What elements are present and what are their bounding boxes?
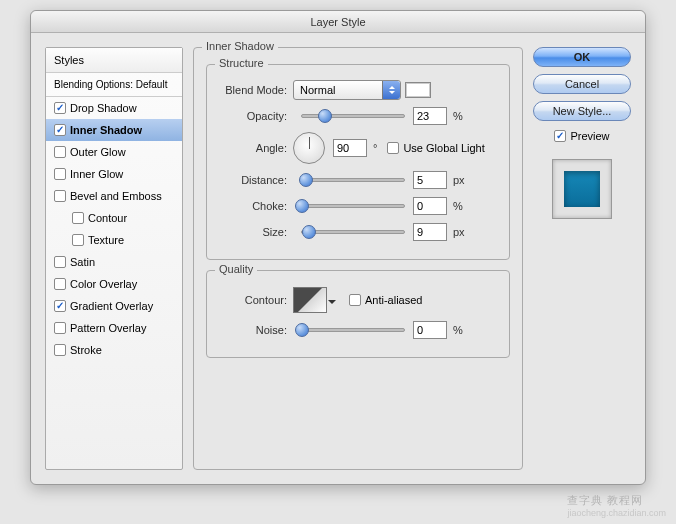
- opacity-unit: %: [453, 110, 463, 122]
- style-checkbox[interactable]: [54, 168, 66, 180]
- angle-input[interactable]: 90: [333, 139, 367, 157]
- choke-input[interactable]: 0: [413, 197, 447, 215]
- quality-legend: Quality: [215, 263, 257, 275]
- distance-unit: px: [453, 174, 465, 186]
- sidebar-item-label: Texture: [88, 234, 124, 246]
- noise-slider[interactable]: [301, 328, 405, 332]
- sidebar-item-label: Inner Shadow: [70, 124, 142, 136]
- sidebar-item-label: Satin: [70, 256, 95, 268]
- ok-button[interactable]: OK: [533, 47, 631, 67]
- noise-label: Noise:: [219, 324, 293, 336]
- opacity-label: Opacity:: [219, 110, 293, 122]
- noise-unit: %: [453, 324, 463, 336]
- sidebar-item-satin[interactable]: Satin: [46, 251, 182, 273]
- sidebar-item-label: Outer Glow: [70, 146, 126, 158]
- sidebar-item-color-overlay[interactable]: Color Overlay: [46, 273, 182, 295]
- style-checkbox[interactable]: [72, 234, 84, 246]
- size-unit: px: [453, 226, 465, 238]
- angle-wheel[interactable]: [293, 132, 325, 164]
- sidebar-item-label: Color Overlay: [70, 278, 137, 290]
- new-style-button[interactable]: New Style...: [533, 101, 631, 121]
- sidebar-item-gradient-overlay[interactable]: Gradient Overlay: [46, 295, 182, 317]
- preview-well: [552, 159, 612, 219]
- preview-checkbox[interactable]: [554, 130, 566, 142]
- sidebar-item-label: Pattern Overlay: [70, 322, 146, 334]
- structure-legend: Structure: [215, 57, 268, 69]
- inner-shadow-group: Inner Shadow Structure Blend Mode: Norma…: [193, 47, 523, 470]
- sidebar-item-label: Drop Shadow: [70, 102, 137, 114]
- sidebar-item-label: Inner Glow: [70, 168, 123, 180]
- cancel-button[interactable]: Cancel: [533, 74, 631, 94]
- chevron-updown-icon: [382, 81, 400, 99]
- choke-label: Choke:: [219, 200, 293, 212]
- sidebar-item-drop-shadow[interactable]: Drop Shadow: [46, 97, 182, 119]
- style-checkbox[interactable]: [54, 344, 66, 356]
- window-title: Layer Style: [31, 11, 645, 33]
- blend-mode-label: Blend Mode:: [219, 84, 293, 96]
- contour-picker[interactable]: [293, 287, 327, 313]
- sidebar-item-label: Gradient Overlay: [70, 300, 153, 312]
- style-checkbox[interactable]: [54, 322, 66, 334]
- style-checkbox[interactable]: [54, 256, 66, 268]
- sidebar-item-label: Stroke: [70, 344, 102, 356]
- sidebar-item-label: Bevel and Emboss: [70, 190, 162, 202]
- sidebar-item-outer-glow[interactable]: Outer Glow: [46, 141, 182, 163]
- blending-options[interactable]: Blending Options: Default: [46, 73, 182, 97]
- styles-sidebar: Styles Blending Options: Default Drop Sh…: [45, 47, 183, 470]
- sidebar-item-stroke[interactable]: Stroke: [46, 339, 182, 361]
- choke-unit: %: [453, 200, 463, 212]
- distance-input[interactable]: 5: [413, 171, 447, 189]
- watermark: 查字典 教程网 jiaocheng.chazidian.com: [567, 492, 666, 518]
- use-global-light-checkbox[interactable]: [387, 142, 399, 154]
- sidebar-item-pattern-overlay[interactable]: Pattern Overlay: [46, 317, 182, 339]
- style-checkbox[interactable]: [72, 212, 84, 224]
- blend-mode-value: Normal: [300, 84, 335, 96]
- size-label: Size:: [219, 226, 293, 238]
- preview-label: Preview: [570, 130, 609, 142]
- noise-input[interactable]: 0: [413, 321, 447, 339]
- choke-slider[interactable]: [301, 204, 405, 208]
- style-checkbox[interactable]: [54, 190, 66, 202]
- dialog-content: Styles Blending Options: Default Drop Sh…: [31, 33, 645, 484]
- style-checkbox[interactable]: [54, 300, 66, 312]
- structure-group: Structure Blend Mode: Normal Opacity: 23: [206, 64, 510, 260]
- blend-mode-select[interactable]: Normal: [293, 80, 401, 100]
- preview-swatch: [564, 171, 600, 207]
- panel-title: Inner Shadow: [202, 40, 278, 52]
- style-checkbox[interactable]: [54, 124, 66, 136]
- angle-unit: °: [373, 142, 377, 154]
- sidebar-item-inner-shadow[interactable]: Inner Shadow: [46, 119, 182, 141]
- use-global-light-label: Use Global Light: [403, 142, 484, 154]
- sidebar-item-bevel-and-emboss[interactable]: Bevel and Emboss: [46, 185, 182, 207]
- shadow-color-swatch[interactable]: [405, 82, 431, 98]
- distance-label: Distance:: [219, 174, 293, 186]
- opacity-input[interactable]: 23: [413, 107, 447, 125]
- sidebar-item-label: Contour: [88, 212, 127, 224]
- style-checkbox[interactable]: [54, 278, 66, 290]
- style-checkbox[interactable]: [54, 102, 66, 114]
- dialog-buttons: OK Cancel New Style... Preview: [533, 47, 631, 470]
- anti-aliased-label: Anti-aliased: [365, 294, 422, 306]
- angle-label: Angle:: [219, 142, 293, 154]
- anti-aliased-checkbox[interactable]: [349, 294, 361, 306]
- sidebar-item-texture[interactable]: Texture: [46, 229, 182, 251]
- contour-label: Contour:: [219, 294, 293, 306]
- layer-style-dialog: Layer Style Styles Blending Options: Def…: [30, 10, 646, 485]
- size-input[interactable]: 9: [413, 223, 447, 241]
- distance-slider[interactable]: [301, 178, 405, 182]
- opacity-slider[interactable]: [301, 114, 405, 118]
- quality-group: Quality Contour: Anti-aliased Noise: 0 %: [206, 270, 510, 358]
- sidebar-header[interactable]: Styles: [46, 48, 182, 73]
- size-slider[interactable]: [301, 230, 405, 234]
- sidebar-item-inner-glow[interactable]: Inner Glow: [46, 163, 182, 185]
- style-checkbox[interactable]: [54, 146, 66, 158]
- sidebar-item-contour[interactable]: Contour: [46, 207, 182, 229]
- effect-panel: Inner Shadow Structure Blend Mode: Norma…: [193, 47, 523, 470]
